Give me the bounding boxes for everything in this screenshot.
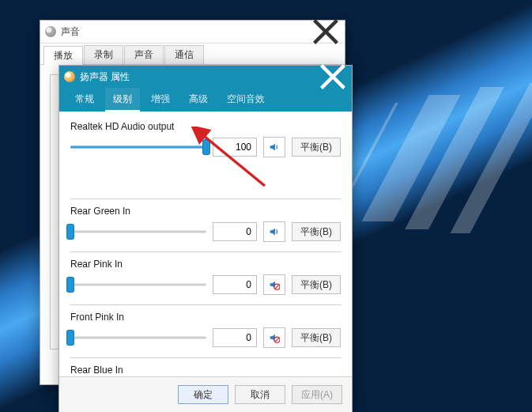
input-name: Rear Green In: [70, 206, 341, 217]
input-section: Rear Pink In0平衡(B): [70, 259, 341, 295]
divider: [70, 304, 341, 305]
input-section: Rear Green In0平衡(B): [70, 206, 341, 242]
balance-button[interactable]: 平衡(B): [292, 275, 341, 294]
ok-button[interactable]: 确定: [178, 385, 228, 404]
slider-thumb[interactable]: [67, 225, 74, 239]
dialog-footer: 确定 取消 应用(A): [59, 376, 352, 412]
prop-title: 扬声器 属性: [80, 70, 319, 84]
input-value[interactable]: 0: [213, 328, 257, 347]
muted-icon-button[interactable]: [263, 327, 285, 348]
balance-button[interactable]: 平衡(B): [292, 222, 341, 241]
input-name: Front Pink In: [70, 312, 341, 323]
muted-icon-button[interactable]: [263, 274, 285, 295]
sound-titlebar[interactable]: 声音: [40, 21, 345, 43]
input-slider[interactable]: [70, 277, 206, 293]
tab-advanced[interactable]: 高级: [181, 88, 216, 112]
cancel-button[interactable]: 取消: [235, 385, 285, 404]
divider: [70, 357, 341, 358]
input-value[interactable]: 0: [213, 222, 257, 241]
slider-thumb[interactable]: [67, 331, 74, 345]
balance-button[interactable]: 平衡(B): [292, 328, 341, 347]
main-output-name: Realtek HD Audio output: [70, 121, 341, 132]
tab-recording[interactable]: 录制: [84, 45, 123, 64]
mute-button[interactable]: [263, 137, 285, 157]
speaker-icon: [64, 71, 75, 82]
tab-enhance[interactable]: 增强: [143, 88, 178, 112]
tab-sounds[interactable]: 声音: [124, 45, 164, 64]
tab-levels[interactable]: 级别: [105, 88, 140, 112]
balance-button[interactable]: 平衡(B): [292, 138, 341, 157]
close-icon[interactable]: [311, 21, 340, 43]
prop-tabs: 常规 级别 增强 高级 空间音效: [59, 88, 352, 112]
sound-tabs: 播放 录制 声音 通信: [40, 43, 345, 65]
speaker-properties-dialog: 扬声器 属性 常规 级别 增强 高级 空间音效 Realtek HD Audio…: [58, 65, 353, 412]
slider-thumb[interactable]: [203, 140, 209, 154]
input-value[interactable]: 0: [213, 275, 257, 294]
close-icon[interactable]: [319, 66, 347, 88]
speaker-app-icon: [45, 26, 56, 37]
levels-panel: Realtek HD Audio output 100 平衡(B) Rear G…: [59, 112, 352, 385]
main-output-value[interactable]: 100: [213, 138, 257, 157]
slider-thumb[interactable]: [67, 278, 74, 292]
divider: [70, 251, 341, 252]
input-name: Rear Pink In: [70, 259, 341, 270]
apply-button[interactable]: 应用(A): [292, 385, 342, 404]
divider: [70, 198, 341, 199]
tab-comm[interactable]: 通信: [164, 45, 204, 64]
main-output-slider[interactable]: [70, 139, 206, 155]
tab-spatial[interactable]: 空间音效: [219, 88, 273, 112]
mute-button[interactable]: [263, 221, 285, 242]
sound-title: 声音: [61, 25, 311, 39]
input-section: Front Pink In0平衡(B): [70, 312, 341, 348]
tab-playback[interactable]: 播放: [43, 46, 83, 65]
input-slider[interactable]: [70, 224, 206, 240]
tab-general[interactable]: 常规: [67, 88, 102, 112]
input-levels-list: Rear Green In0平衡(B)Rear Pink In0平衡(B)Fro…: [70, 206, 341, 385]
main-output-section: Realtek HD Audio output 100 平衡(B): [70, 121, 341, 157]
prop-titlebar[interactable]: 扬声器 属性: [59, 66, 352, 88]
input-name: Rear Blue In: [70, 365, 341, 376]
input-slider[interactable]: [70, 330, 206, 346]
